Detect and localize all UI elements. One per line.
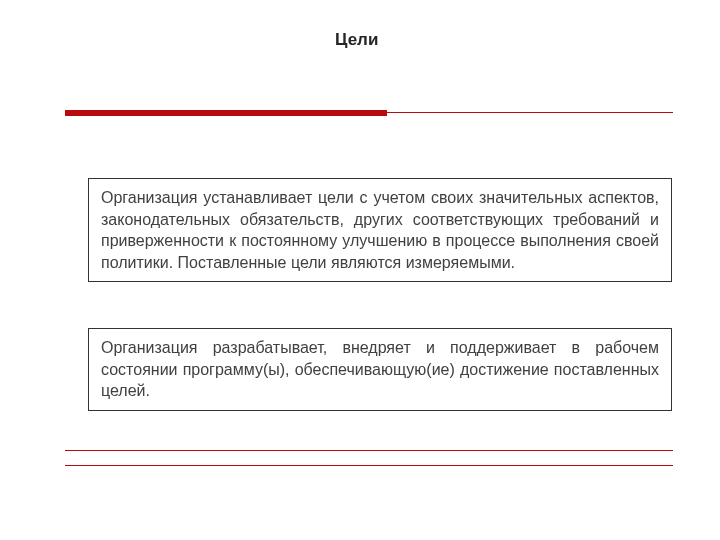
divider-thin [387, 112, 673, 113]
content-box-1-text: Организация устанавливает цели с учетом … [101, 189, 659, 271]
footer-line-bottom [65, 465, 673, 466]
slide: Цели Организация устанавливает цели с уч… [0, 0, 720, 540]
page-title: Цели [335, 30, 395, 50]
content-box-2-text: Организация разрабатывает, внедряет и по… [101, 339, 659, 399]
divider-thick [65, 110, 387, 116]
footer-line-top [65, 450, 673, 451]
title-divider [65, 110, 673, 116]
content-box-2: Организация разрабатывает, внедряет и по… [88, 328, 672, 411]
content-box-1: Организация устанавливает цели с учетом … [88, 178, 672, 282]
